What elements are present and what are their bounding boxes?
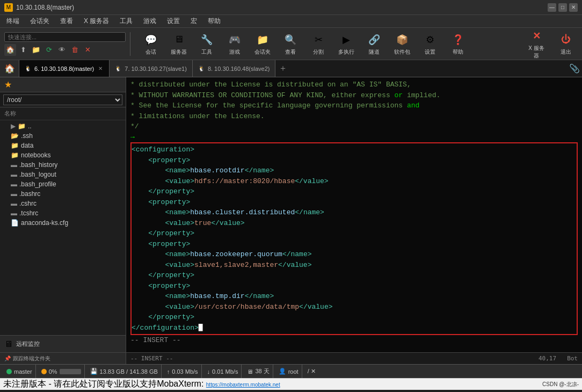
toolbar-xserver-label: X 服务器: [528, 45, 544, 60]
toolbar-help[interactable]: ❓ 帮助: [446, 30, 470, 58]
terminal-xml-3: <name>hbase.rootdir</name>: [132, 165, 577, 176]
toolbar-view[interactable]: 🔍 查看: [279, 30, 302, 58]
toolbar-multiexec[interactable]: ▶ 多执行: [334, 30, 358, 58]
file-item-bashrc[interactable]: ▬ .bashrc: [0, 189, 126, 199]
menu-tools[interactable]: 工具: [115, 16, 137, 27]
tabbar-home[interactable]: 🏠: [0, 60, 19, 77]
file-item-notebooks[interactable]: 📁 notebooks: [0, 150, 126, 160]
download-icon: ↓: [207, 368, 210, 375]
maximize-button[interactable]: □: [558, 3, 567, 12]
tab-label-master: 6. 10.30.108.8(master): [34, 66, 94, 72]
tab-slave2[interactable]: 🐧 8. 10.30.160.48(slave2): [193, 60, 276, 77]
file-name-data: data: [21, 142, 33, 149]
tab-add-button[interactable]: ＋: [275, 60, 290, 77]
sidebar-delete-btn[interactable]: 🗑: [69, 44, 81, 56]
file-name-bash-logout: .bash_logout: [19, 171, 56, 178]
sidebar-path-select[interactable]: /root/: [3, 95, 122, 105]
toolbar-games[interactable]: 🎮 游戏: [223, 30, 246, 58]
user-icon: 👤: [279, 368, 286, 375]
session-icon: 💬: [143, 32, 158, 47]
sidebar-view-btn[interactable]: 👁: [56, 44, 68, 56]
sidebar-home-btn[interactable]: 🏠: [4, 44, 16, 56]
toolbar-server[interactable]: 🖥 服务器: [167, 30, 191, 58]
menu-games[interactable]: 游戏: [139, 16, 161, 27]
tab-master[interactable]: 🐧 6. 10.30.108.8(master) ✕: [19, 60, 110, 77]
status-uptime-label: 38 天: [255, 367, 269, 375]
file-item-bash-logout[interactable]: ▬ .bash_logout: [0, 170, 126, 179]
logout-icon: ⏻: [558, 32, 573, 47]
toolbar-settings[interactable]: ⚙ 设置: [418, 30, 442, 58]
terminal-area[interactable]: * distributed under the License is distr…: [126, 77, 582, 364]
file-item-bash-profile[interactable]: ▬ .bash_profile: [0, 179, 126, 189]
titlebar-left: M 10.30.108.8(master): [4, 3, 74, 12]
toolbar-sessions-folder-label: 会话夹: [254, 48, 271, 56]
toolbar-logout-label: 退出: [561, 48, 571, 56]
file-item-ssh[interactable]: 📂 .ssh: [0, 131, 126, 141]
menu-view[interactable]: 查看: [56, 16, 77, 27]
menu-sessions[interactable]: 会话夹: [26, 16, 54, 27]
sidebar: ★ /root/ 名称 ▶ 📁 .. 📂 .ssh 📁: [0, 77, 126, 364]
file-item-dotdot[interactable]: ▶ 📁 ..: [0, 121, 126, 131]
tab-close-master[interactable]: ✕: [97, 64, 104, 72]
sidebar-star-icon[interactable]: ★: [4, 79, 12, 90]
menu-settings[interactable]: 设置: [163, 16, 184, 27]
file-name-bashrc: .bashrc: [19, 190, 40, 198]
terminal-xml-11: <name>hbase.zookeeper.quorum</name>: [132, 249, 577, 260]
menu-macro[interactable]: 宏: [186, 16, 201, 27]
toolbar-xserver[interactable]: ✕ X 服务器: [523, 26, 550, 62]
toolbar-split[interactable]: ✂ 分割: [307, 30, 330, 58]
file-item-tcshrc[interactable]: ▬ .tcshrc: [0, 208, 126, 218]
file-item-anaconda[interactable]: 📄 anaconda-ks.cfg: [0, 218, 126, 228]
xml-highlight-block: <configuration> <property> <name>hbase.r…: [130, 142, 578, 335]
close-button[interactable]: ✕: [569, 3, 578, 12]
sidebar-new-folder-btn[interactable]: 📁: [30, 44, 42, 56]
menu-xserver[interactable]: X 服务器: [79, 16, 113, 27]
terminal-line-3: * See the License for the specific langu…: [130, 100, 578, 111]
footer-left: 未注册版本 - 请在此处订阅专业版以支持MobaXterm: https://m…: [3, 379, 280, 390]
menu-help[interactable]: 帮助: [203, 16, 225, 27]
file-item-cshrc[interactable]: ▬ .cshrc: [0, 199, 126, 208]
terminal-xml-17: </property>: [132, 312, 577, 323]
toolbar-sessions-folder[interactable]: 📁 会话夹: [251, 30, 274, 58]
toolbar-tools[interactable]: 🔧 工具: [195, 30, 219, 58]
status-user: 👤 root: [275, 365, 302, 378]
status-close-label: / ✕: [308, 368, 316, 375]
toolbar-packages[interactable]: 📦 软件包: [390, 30, 414, 58]
status-close[interactable]: / ✕: [304, 365, 319, 378]
sidebar-upload-btn[interactable]: ⬆: [17, 44, 29, 56]
footer-link[interactable]: https://mobaxterm.mobatek.net: [206, 382, 280, 388]
terminal-xml-2: <property>: [132, 155, 577, 166]
toolbar-session-label: 会话: [146, 48, 156, 56]
status-disk-label: 13.83 GB / 141.38 GB: [100, 368, 158, 375]
sidebar-close-btn[interactable]: ✕: [82, 44, 93, 56]
settings-icon: ⚙: [423, 32, 438, 47]
file-item-data[interactable]: 📁 data: [0, 141, 126, 150]
tunnel-icon: 🔗: [367, 32, 382, 47]
file-name-ssh: .ssh: [21, 132, 33, 140]
toolbar-tools-label: 工具: [201, 48, 212, 56]
games-icon: 🎮: [227, 32, 242, 47]
terminal-xml-12: <value>slave1,slave2,master</value>: [132, 260, 577, 271]
tab-attach-button[interactable]: 📎: [567, 60, 582, 77]
tab-slave1[interactable]: 🐧 7. 10.30.160.27(slave1): [110, 60, 193, 77]
quick-connect-input[interactable]: [4, 32, 126, 42]
terminal-line-1: * distributed under the License is distr…: [130, 79, 578, 90]
minimize-button[interactable]: —: [548, 3, 556, 12]
terminal-xml-10: <property>: [132, 239, 577, 250]
toolbar-tunnel[interactable]: 🔗 隧道: [362, 30, 386, 58]
sidebar-path: /root/: [0, 92, 126, 107]
statusbar: master 0% 💾 13.83 GB / 141.38 GB ↑ 0.03 …: [0, 364, 582, 378]
status-dot-green: [6, 369, 12, 374]
sidebar-remote-monitor[interactable]: 🖥 远程监控: [0, 335, 126, 352]
toolbar-session[interactable]: 💬 会话: [139, 30, 163, 58]
footer-notice-text: 未注册版本 - 请在此处订阅专业版以支持MobaXterm:: [3, 379, 203, 388]
sidebar-refresh-btn[interactable]: ⟳: [43, 44, 55, 56]
menu-terminal[interactable]: 终端: [2, 16, 24, 27]
terminal-content[interactable]: * distributed under the License is distr…: [126, 77, 582, 352]
terminal-scroll: Bot: [567, 355, 578, 362]
file-item-bash-history[interactable]: ▬ .bash_history: [0, 160, 126, 170]
terminal-xml-16: <value>/usr/cstor/hbase/data/tmp</value>: [132, 302, 577, 313]
cpu-progress-bar: [60, 369, 81, 374]
tab-os-icon-1: 🐧: [25, 66, 31, 71]
toolbar-logout[interactable]: ⏻ 退出: [554, 30, 578, 58]
